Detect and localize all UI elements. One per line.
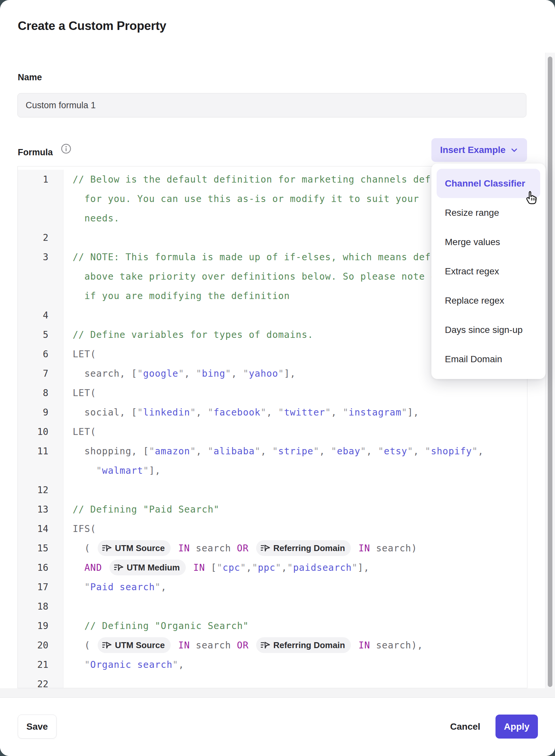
code-text: AND UTM Medium IN ["cpc","ppc","paidsear… — [63, 558, 527, 578]
code-text: // Defining "Organic Search" — [63, 616, 527, 636]
create-custom-property-modal: Create a Custom Property Name Formula In… — [0, 0, 555, 756]
property-chip-label: Referring Domain — [273, 636, 345, 655]
line-number: 4 — [18, 306, 63, 325]
code-line: 13// Defining "Paid Search" — [18, 500, 527, 519]
code-line: 21"Organic search", — [18, 655, 527, 674]
code-text: "walmart"], — [63, 461, 527, 480]
hand-pointer-cursor — [524, 190, 539, 207]
code-line: 8LET( — [18, 383, 527, 403]
code-text: "Organic search", — [63, 655, 527, 674]
line-number — [18, 267, 63, 286]
line-number — [18, 461, 63, 480]
chevron-down-icon — [510, 146, 518, 154]
code-text — [63, 480, 527, 500]
dropdown-item-days-since-sign-up[interactable]: Days since sign-up — [437, 315, 540, 345]
code-line: 15( UTM Source IN search OR Referring Do… — [18, 539, 527, 558]
line-number: 6 — [18, 345, 63, 364]
line-number: 19 — [18, 616, 63, 636]
property-icon — [102, 640, 112, 650]
line-number: 20 — [18, 636, 63, 655]
insert-example-button[interactable]: Insert Example — [431, 138, 527, 162]
line-number: 5 — [18, 325, 63, 345]
name-label: Name — [18, 72, 42, 83]
line-number: 18 — [18, 597, 63, 616]
dropdown-item-email-domain[interactable]: Email Domain — [437, 345, 540, 374]
line-number: 14 — [18, 519, 63, 539]
property-chip[interactable]: UTM Source — [98, 637, 171, 653]
code-text: // Defining "Paid Search" — [63, 500, 527, 519]
line-number: 16 — [18, 558, 63, 578]
page-title: Create a Custom Property — [18, 19, 166, 33]
code-text: shopping, ["amazon", "alibaba", "stripe"… — [63, 441, 527, 461]
property-chip[interactable]: Referring Domain — [256, 540, 351, 556]
line-number: 7 — [18, 364, 63, 383]
line-number: 8 — [18, 383, 63, 403]
line-number: 2 — [18, 228, 63, 247]
code-text: ( UTM Source IN search OR Referring Doma… — [63, 636, 527, 655]
modal-scrollbar-thumb[interactable] — [548, 56, 552, 687]
line-number: 15 — [18, 539, 63, 558]
property-icon — [114, 563, 124, 572]
property-chip[interactable]: Referring Domain — [256, 637, 351, 653]
property-icon — [260, 640, 270, 650]
save-button[interactable]: Save — [18, 715, 56, 739]
dropdown-item-replace-regex[interactable]: Replace regex — [437, 286, 540, 315]
property-chip-label: UTM Source — [115, 539, 165, 558]
code-line: "walmart"], — [18, 461, 527, 480]
code-text: IFS( — [63, 519, 527, 539]
dropdown-item-extract-regex[interactable]: Extract regex — [437, 256, 540, 286]
code-line: 14IFS( — [18, 519, 527, 539]
property-chip-label: Referring Domain — [273, 539, 345, 558]
code-text: ( UTM Source IN search OR Referring Doma… — [63, 539, 527, 558]
line-number: 13 — [18, 500, 63, 519]
code-line: 11shopping, ["amazon", "alibaba", "strip… — [18, 441, 527, 461]
insert-example-label: Insert Example — [440, 145, 505, 155]
code-line: 20( UTM Source IN search OR Referring Do… — [18, 636, 527, 655]
line-number: 11 — [18, 441, 63, 461]
property-chip[interactable]: UTM Source — [98, 540, 171, 556]
line-number — [18, 189, 63, 208]
apply-button[interactable]: Apply — [496, 715, 538, 739]
code-text — [63, 674, 527, 688]
content-footer-divider — [0, 688, 555, 698]
dropdown-item-merge-values[interactable]: Merge values — [437, 227, 540, 256]
line-number: 12 — [18, 480, 63, 500]
property-chip-label: UTM Source — [115, 636, 165, 655]
code-text: LET( — [63, 422, 527, 441]
line-number: 17 — [18, 578, 63, 597]
footer: Save Cancel Apply — [0, 698, 555, 756]
code-line: 22 — [18, 674, 527, 688]
property-icon — [102, 544, 112, 553]
code-line: 18 — [18, 597, 527, 616]
code-line: 17"Paid search", — [18, 578, 527, 597]
code-text: social, ["linkedin", "facebook", "twitte… — [63, 403, 527, 422]
code-line: 10LET( — [18, 422, 527, 441]
line-number: 22 — [18, 674, 63, 688]
code-line: 16AND UTM Medium IN ["cpc","ppc","paidse… — [18, 558, 527, 578]
line-number: 10 — [18, 422, 63, 441]
info-icon[interactable] — [61, 144, 71, 155]
line-number: 1 — [18, 170, 63, 189]
cancel-button[interactable]: Cancel — [445, 715, 486, 739]
property-chip[interactable]: UTM Medium — [110, 560, 186, 575]
code-text — [63, 597, 527, 616]
code-text: "Paid search", — [63, 578, 527, 597]
line-number: 3 — [18, 247, 63, 267]
formula-label: Formula — [18, 147, 53, 158]
line-number: 9 — [18, 403, 63, 422]
line-number — [18, 208, 63, 228]
line-number: 21 — [18, 655, 63, 674]
code-text: LET( — [63, 383, 527, 403]
property-chip-label: UTM Medium — [127, 558, 180, 578]
code-line: 9social, ["linkedin", "facebook", "twitt… — [18, 403, 527, 422]
line-number — [18, 286, 63, 306]
property-icon — [260, 544, 270, 553]
code-line: 12 — [18, 480, 527, 500]
name-input[interactable] — [17, 93, 526, 117]
code-line: 19// Defining "Organic Search" — [18, 616, 527, 636]
